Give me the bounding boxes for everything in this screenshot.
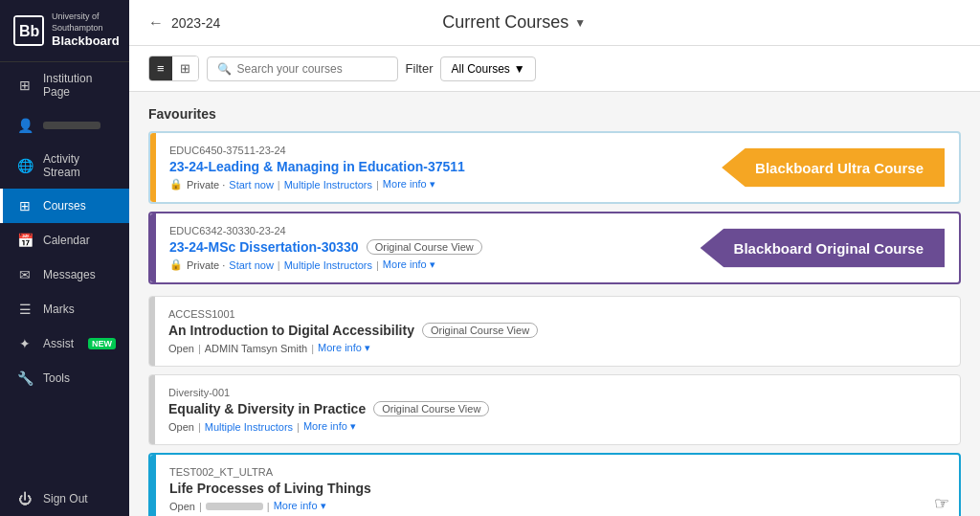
instructors-link-ultra1[interactable]: Multiple Instructors: [284, 179, 372, 191]
filter-dropdown[interactable]: All Courses ▼: [440, 56, 535, 81]
content-area: Favourites EDUC6450-37511-23-24 23-24-Le…: [129, 92, 980, 516]
messages-icon: ✉: [16, 267, 33, 282]
course-name-link-access1[interactable]: An Introduction to Digital Accessibility: [168, 323, 414, 338]
annotation-original: Blackboard Original Course: [701, 229, 945, 268]
sidebar-logo: Bb University of Southampton Blackboard: [0, 0, 129, 62]
sidebar-nav: ⊞ Institution Page 👤 🌐 Activity Stream ⊞…: [0, 62, 129, 516]
assist-badge: NEW: [88, 338, 116, 349]
course-name-link-ultra1[interactable]: 23-24-Leading & Managing in Education-37…: [169, 159, 465, 174]
search-icon: 🔍: [217, 62, 232, 76]
sidebar-item-assist[interactable]: ✦ Assist NEW: [0, 326, 129, 361]
toolbar: ≡ ⊞ 🔍 Filter All Courses ▼: [129, 46, 980, 92]
current-courses-dropdown[interactable]: ▼: [574, 16, 586, 30]
cursor-icon: ☞: [934, 493, 949, 514]
header: ← 2023-24 Current Courses ▼: [129, 0, 980, 46]
course-code-diversity1: Diversity-001: [168, 387, 947, 398]
course-code-ultra2: TEST002_KT_ULTRA: [169, 466, 946, 478]
original-badge-original1: Original Course View: [367, 239, 482, 255]
course-card-diversity1: Diversity-001 Equality & Diversity in Pr…: [148, 374, 961, 445]
activity-icon: 🌐: [16, 158, 33, 173]
placeholder-bar-ultra2: [206, 503, 263, 510]
more-info-ultra1[interactable]: More info ▾: [383, 178, 435, 191]
original-badge-access1: Original Course View: [422, 323, 538, 338]
instructors-link-original1[interactable]: Multiple Instructors: [284, 259, 372, 271]
course-name-link-ultra2[interactable]: Life Processes of Living Things: [169, 481, 371, 496]
search-input[interactable]: [237, 62, 388, 76]
list-view-button[interactable]: ≡: [149, 56, 172, 80]
sidebar-item-user[interactable]: 👤: [0, 108, 129, 143]
filter-label: Filter: [406, 61, 434, 76]
marks-icon: ☰: [16, 302, 33, 317]
header-title: Current Courses ▼: [442, 12, 586, 33]
course-code-access1: ACCESS1001: [168, 308, 947, 320]
view-toggle: ≡ ⊞: [148, 56, 199, 81]
other-courses-section: ACCESS1001 An Introduction to Digital Ac…: [148, 296, 961, 516]
logo-text: University of Southampton Blackboard: [52, 11, 120, 50]
instructors-link-diversity1[interactable]: Multiple Instructors: [205, 421, 293, 433]
logo-icon: Bb: [13, 15, 44, 46]
course-card-access1: ACCESS1001 An Introduction to Digital Ac…: [148, 296, 961, 367]
sidebar-item-marks[interactable]: ☰ Marks: [0, 292, 129, 326]
annotation-ultra-label: Blackboard Ultra Course: [722, 148, 945, 188]
course-meta-ultra2: Open | | More info ▾: [169, 500, 946, 512]
lock-icon: 🔒: [169, 178, 183, 191]
more-info-original1[interactable]: More info ▾: [383, 258, 435, 271]
course-name-access1: An Introduction to Digital Accessibility…: [168, 323, 947, 338]
back-button[interactable]: ←: [148, 14, 164, 32]
sidebar-item-tools[interactable]: 🔧 Tools: [0, 361, 129, 395]
course-card-ultra2: TEST002_KT_ULTRA Life Processes of Livin…: [148, 453, 961, 516]
annotation-ultra: Blackboard Ultra Course: [722, 148, 945, 188]
original-badge-diversity1: Original Course View: [373, 401, 489, 416]
sidebar-item-activity[interactable]: 🌐 Activity Stream: [0, 143, 129, 189]
main-content: ← 2023-24 Current Courses ▼ ≡ ⊞ 🔍 Filter…: [129, 0, 980, 516]
header-left: ← 2023-24: [148, 14, 220, 32]
course-name-link-original1[interactable]: 23-24-MSc Dissertation-30330: [169, 239, 359, 255]
start-now-link-ultra1[interactable]: Start now: [229, 179, 273, 191]
search-box: 🔍: [207, 56, 398, 81]
calendar-icon: 📅: [16, 233, 33, 248]
more-info-ultra2[interactable]: More info ▾: [274, 500, 326, 512]
assist-icon: ✦: [16, 336, 33, 351]
sidebar-item-signout[interactable]: ⏻ Sign Out: [0, 482, 129, 516]
user-icon: 👤: [16, 118, 33, 133]
favourites-section: Favourites EDUC6450-37511-23-24 23-24-Le…: [148, 106, 961, 284]
course-name-ultra2: Life Processes of Living Things: [169, 481, 946, 496]
card-body-diversity1: Diversity-001 Equality & Diversity in Pr…: [155, 375, 960, 444]
course-meta-access1: Open | ADMIN Tamsyn Smith | More info ▾: [168, 342, 947, 354]
more-info-access1[interactable]: More info ▾: [318, 342, 370, 354]
sidebar: Bb University of Southampton Blackboard …: [0, 0, 129, 516]
sidebar-item-calendar[interactable]: 📅 Calendar: [0, 223, 129, 258]
institution-icon: ⊞: [16, 78, 33, 93]
annotation-original-label: Blackboard Original Course: [701, 229, 945, 268]
course-meta-diversity1: Open | Multiple Instructors | More info …: [168, 420, 947, 433]
card-body-ultra2: TEST002_KT_ULTRA Life Processes of Livin…: [156, 455, 959, 516]
favourites-title: Favourites: [148, 106, 961, 122]
user-placeholder: [43, 122, 100, 129]
tools-icon: 🔧: [16, 370, 33, 386]
grid-view-button[interactable]: ⊞: [172, 56, 198, 80]
sidebar-item-messages[interactable]: ✉ Messages: [0, 258, 129, 292]
sidebar-item-institution[interactable]: ⊞ Institution Page: [0, 62, 129, 108]
course-card-ultra1: EDUC6450-37511-23-24 23-24-Leading & Man…: [148, 131, 961, 204]
sidebar-item-courses[interactable]: ⊞ Courses: [0, 189, 129, 223]
course-card-original1: EDUC6342-30330-23-24 23-24-MSc Dissertat…: [148, 212, 961, 284]
course-name-diversity1: Equality & Diversity in Practice Origina…: [168, 401, 947, 416]
lock-icon-original1: 🔒: [169, 258, 183, 271]
course-name-link-diversity1[interactable]: Equality & Diversity in Practice: [168, 401, 366, 416]
signout-icon: ⏻: [16, 491, 33, 506]
card-body-access1: ACCESS1001 An Introduction to Digital Ac…: [155, 297, 960, 366]
sidebar-bottom: ⏻ Sign Out: [0, 482, 129, 516]
start-now-link-original1[interactable]: Start now: [229, 259, 273, 271]
svg-text:Bb: Bb: [19, 23, 40, 39]
more-info-diversity1[interactable]: More info ▾: [303, 420, 356, 433]
header-year: 2023-24: [171, 15, 220, 31]
courses-icon: ⊞: [16, 198, 33, 213]
